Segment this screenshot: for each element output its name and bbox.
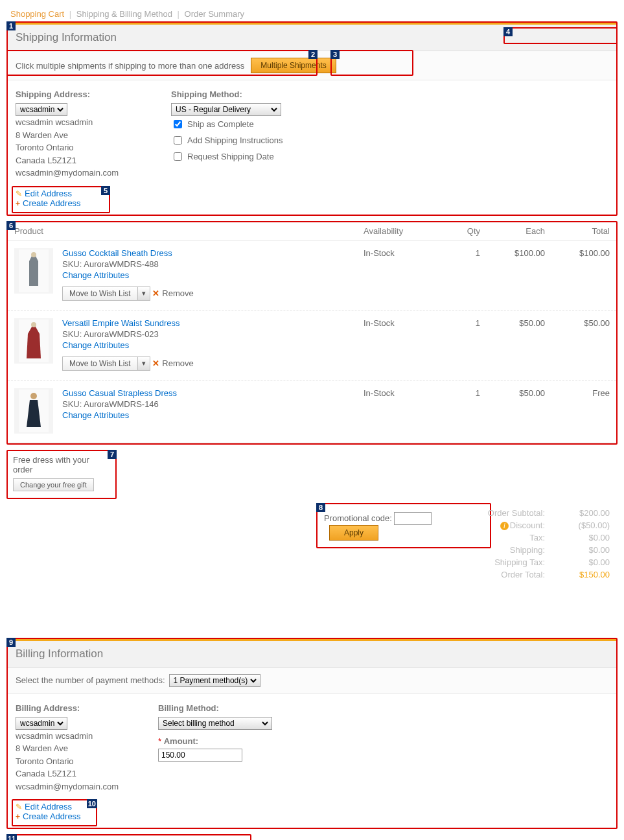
change-attributes-link[interactable]: Change Attributes	[62, 410, 129, 420]
info-icon: i	[500, 522, 509, 530]
qty: 1	[435, 248, 480, 301]
shipping-address-select[interactable]: wcsadmin	[16, 103, 67, 116]
order-totals: Order Subtotal:$200.00 iDiscount:($50.00…	[446, 507, 618, 589]
amount-label: Amount:	[164, 736, 198, 746]
remove-item-link[interactable]: ✕Remove	[152, 288, 193, 298]
billing-address-select[interactable]: wcsadmin	[16, 717, 67, 730]
shipping-information-section: 1 Shipping Information 4 2 3 Click multi…	[6, 21, 618, 216]
request-shipping-date-checkbox[interactable]	[174, 152, 182, 161]
billing-info-title: Billing Information	[8, 639, 616, 668]
change-attributes-link[interactable]: Change Attributes	[62, 340, 129, 350]
price-total: $100.00	[545, 248, 610, 301]
price-total: Free	[545, 388, 610, 434]
qty: 1	[435, 388, 480, 434]
product-image[interactable]	[14, 318, 53, 364]
svg-point-3	[31, 322, 36, 327]
product-name-link[interactable]: Gusso Casual Strapless Dress	[62, 388, 177, 398]
svg-point-5	[30, 393, 37, 399]
ship-as-complete-checkbox[interactable]	[174, 120, 182, 128]
availability: In-Stock	[364, 388, 435, 434]
move-to-wishlist-button[interactable]: Move to Wish List▾	[62, 286, 150, 301]
qty: 1	[435, 318, 480, 371]
billing-method-label: Billing Method:	[158, 703, 352, 713]
shipping-method-select[interactable]: US - Regular Delivery	[171, 103, 281, 116]
close-icon: ✕	[152, 358, 159, 368]
move-to-wishlist-button[interactable]: Move to Wish List▾	[62, 356, 150, 371]
billing-method-select[interactable]: Select billing method	[158, 717, 272, 730]
free-gift-section: 7 Free dress with your order Change your…	[6, 450, 117, 499]
product-table-section: 6 Product Availability Qty Each Total Gu…	[6, 221, 618, 445]
product-name-link[interactable]: Gusso Cocktail Sheath Dress	[62, 248, 172, 258]
price-each: $100.00	[480, 248, 545, 301]
change-free-gift-button[interactable]: Change your free gift	[13, 478, 94, 491]
price-total: $50.00	[545, 318, 610, 371]
num-payment-methods-label: Select the number of payment methods:	[16, 675, 165, 685]
breadcrumb-shipping-billing[interactable]: Shipping & Billing Method	[76, 9, 172, 19]
product-image[interactable]	[14, 388, 53, 434]
breadcrumb-order-summary[interactable]: Order Summary	[185, 9, 244, 19]
num-payment-methods-select[interactable]: 1 Payment method(s)	[169, 674, 260, 687]
price-each: $50.00	[480, 388, 545, 434]
product-row: Gusso Cocktail Sheath Dress SKU: AuroraW…	[8, 240, 616, 310]
promo-label: Promotional code:	[324, 513, 392, 523]
shipping-address-label: Shipping Address:	[16, 89, 145, 99]
free-gift-msg: Free dress with your order	[13, 455, 110, 474]
product-sku: SKU: AuroraWMDRS-488	[62, 259, 194, 269]
change-attributes-link[interactable]: Change Attributes	[62, 270, 129, 280]
availability: In-Stock	[364, 318, 435, 371]
chevron-down-icon[interactable]: ▾	[137, 356, 150, 371]
billing-information-section: 9 Billing Information Select the number …	[6, 638, 618, 830]
close-icon: ✕	[152, 288, 159, 298]
action-row-section: 11 Back Next Proceed to your Order Summa…	[6, 834, 251, 840]
add-shipping-instructions-checkbox[interactable]	[174, 136, 182, 145]
amount-input[interactable]	[158, 749, 242, 762]
product-row: Gusso Casual Strapless Dress SKU: Aurora…	[8, 380, 616, 443]
svg-point-1	[31, 252, 36, 257]
product-row: Versatil Empire Waist Sundress SKU: Auro…	[8, 310, 616, 380]
product-table-header: Product Availability Qty Each Total	[8, 222, 616, 240]
product-sku: SKU: AuroraWMDRS-146	[62, 399, 177, 409]
product-name-link[interactable]: Versatil Empire Waist Sundress	[62, 318, 180, 328]
promo-code-input[interactable]	[394, 512, 432, 525]
price-each: $50.00	[480, 318, 545, 371]
shipping-method-label: Shipping Method:	[171, 89, 365, 99]
breadcrumb-cart[interactable]: Shopping Cart	[10, 9, 64, 19]
chevron-down-icon[interactable]: ▾	[137, 286, 150, 301]
apply-promo-button[interactable]: Apply	[329, 525, 378, 541]
billing-address-label: Billing Address:	[16, 703, 132, 713]
shipping-addr-name: wcsadmin wcsadmin	[16, 116, 145, 129]
product-image[interactable]	[14, 248, 53, 294]
remove-item-link[interactable]: ✕Remove	[152, 358, 193, 368]
shipping-info-title: Shipping Information 4	[8, 23, 616, 51]
availability: In-Stock	[364, 248, 435, 301]
product-sku: SKU: AuroraWMDRS-023	[62, 329, 194, 339]
breadcrumb: Shopping Cart | Shipping & Billing Metho…	[6, 6, 618, 21]
